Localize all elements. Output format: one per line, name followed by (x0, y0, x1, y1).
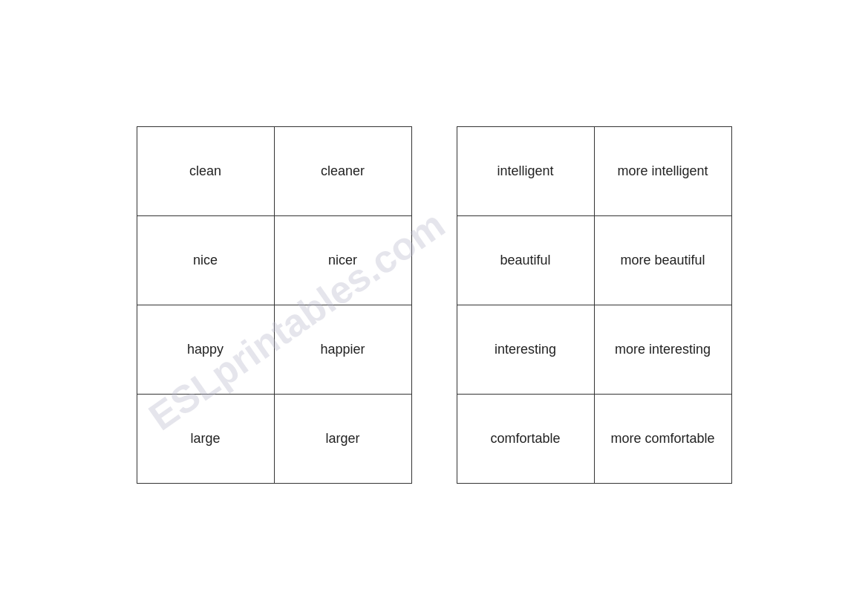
right-cell-1-0: beautiful (457, 216, 594, 305)
left-cell-0-0: clean (137, 127, 274, 216)
page-container: cleancleanernicenicerhappyhappierlargela… (137, 126, 732, 484)
right-cell-2-0: interesting (457, 305, 594, 395)
right-cell-2-1: more interesting (594, 305, 731, 395)
left-cell-3-0: large (137, 395, 274, 484)
left-cell-2-0: happy (137, 305, 274, 395)
left-cell-1-0: nice (137, 216, 274, 305)
right-cell-0-0: intelligent (457, 127, 594, 216)
left-cell-0-1: cleaner (274, 127, 411, 216)
right-cell-3-1: more comfortable (594, 395, 731, 484)
right-table: intelligentmore intelligentbeautifulmore… (457, 126, 732, 484)
left-cell-3-1: larger (274, 395, 411, 484)
left-table: cleancleanernicenicerhappyhappierlargela… (137, 126, 412, 484)
left-cell-2-1: happier (274, 305, 411, 395)
right-cell-3-0: comfortable (457, 395, 594, 484)
right-cell-0-1: more intelligent (594, 127, 731, 216)
right-cell-1-1: more beautiful (594, 216, 731, 305)
left-cell-1-1: nicer (274, 216, 411, 305)
